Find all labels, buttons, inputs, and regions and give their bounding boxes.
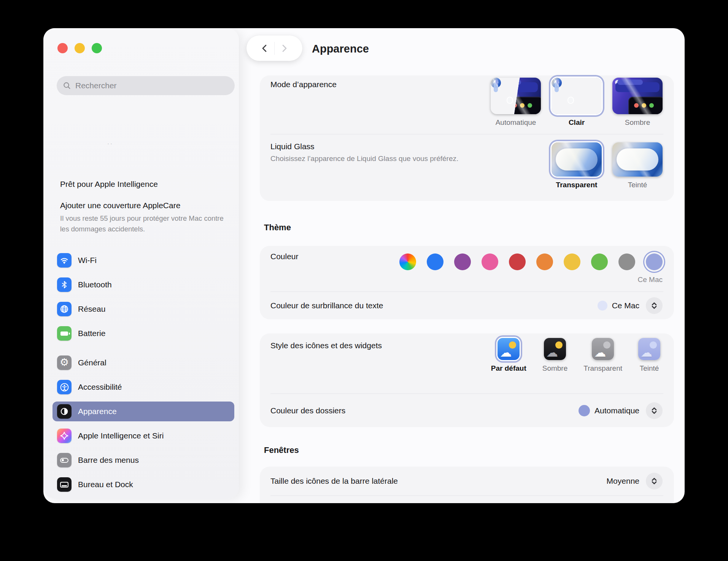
cloud-icon: [594, 347, 606, 359]
option-label: Sombre: [542, 364, 568, 373]
option-label: Teinté: [628, 181, 647, 189]
option-label: Teinté: [640, 364, 659, 373]
liquid-glass-options: TransparentTeinté: [552, 134, 663, 201]
gear-icon: ⚙: [57, 355, 72, 370]
folder-color-row: Couleur des dossiers Automatique: [260, 394, 674, 427]
option-automatique[interactable]: Automatique: [491, 78, 541, 127]
icon-dark-thumbnail: [544, 338, 566, 360]
back-button[interactable]: [255, 43, 274, 53]
zoom-button[interactable]: [92, 43, 102, 53]
sidebar-item-label: Bureau et Dock: [78, 480, 133, 489]
option-label: Transparent: [556, 181, 598, 189]
sidebar-item-reseau[interactable]: Réseau: [52, 299, 234, 319]
sidebar-item-label: Wi-Fi: [78, 256, 97, 265]
accessibility-icon: [57, 380, 72, 394]
option-clair[interactable]: Clair: [552, 78, 602, 127]
appearance-mode-label: Mode d’apparence: [270, 75, 337, 134]
up-down-chevrons-icon: [649, 476, 660, 486]
desktop-icon: [57, 477, 72, 492]
color-swatch-vert[interactable]: [591, 253, 608, 270]
folder-color-dot: [579, 405, 590, 416]
sidebar-item-wi-fi[interactable]: Wi-Fi: [52, 250, 234, 270]
option-transparent[interactable]: Transparent: [552, 142, 602, 189]
color-swatch-rose[interactable]: [482, 253, 498, 270]
icon-default-thumbnail: [498, 338, 520, 360]
windows-heading: Fenêtres: [264, 445, 674, 455]
color-swatch-graphite[interactable]: [618, 253, 635, 270]
sidebar-item-label: Apple Intelligence et Siri: [78, 431, 164, 440]
divider: [270, 496, 663, 496]
sidebar-item-label: Batterie: [78, 329, 105, 338]
color-swatch-violet[interactable]: [454, 253, 471, 270]
liquid-glass-sublabel: Choisissez l’apparence de Liquid Glass q…: [270, 155, 458, 163]
sidebar-items: Wi-FiBluetoothRéseauBatterie⚙GénéralAcce…: [52, 250, 234, 499]
highlight-color-stepper[interactable]: [646, 297, 663, 314]
icons-style-row: Style des icônes et des widgets Par défa…: [260, 333, 674, 394]
search-input[interactable]: [75, 81, 231, 91]
sidebar-item-apparence[interactable]: Apparence: [52, 402, 234, 421]
sidebar-item-general[interactable]: ⚙Général: [52, 353, 234, 373]
sidebar-item-label: Accessibilité: [78, 382, 122, 392]
folder-color-label: Couleur des dossiers: [270, 406, 345, 415]
settings-window: Apparence ·· Prêt pour Apple Intelligenc…: [43, 28, 685, 503]
color-swatch-rouge[interactable]: [509, 253, 526, 270]
sidebar-icon-size-row: Taille des icônes de la barre latérale M…: [260, 467, 674, 496]
text-highlight-color-row: Couleur de surbrillance du texte Ce Mac: [260, 292, 674, 319]
sidebar-item-label: Bluetooth: [78, 280, 112, 289]
windows-card: Taille des icônes de la barre latérale M…: [260, 467, 674, 503]
sidebar-group: Wi-FiBluetoothRéseauBatterie: [52, 250, 234, 343]
liquid-glass-row: Liquid Glass Choisissez l’apparence de L…: [260, 134, 674, 201]
accent-color-swatches: [399, 252, 663, 272]
close-button[interactable]: [57, 43, 68, 53]
color-swatch-orange[interactable]: [536, 253, 553, 270]
mode-auto-thumbnail: [491, 78, 541, 114]
sidebar-icon-size-stepper[interactable]: [646, 473, 663, 489]
color-swatch-jaune[interactable]: [564, 253, 580, 270]
color-swatch-multicolore[interactable]: [399, 253, 416, 270]
option-sombre[interactable]: Sombre: [542, 338, 568, 373]
folder-color-stepper[interactable]: [646, 402, 663, 419]
glass-tint-thumbnail: [612, 142, 663, 177]
applecare-banner-title[interactable]: Ajouter une couverture AppleCare: [60, 201, 180, 210]
sidebar-group: ⚙GénéralAccessibilitéApparenceApple Inte…: [52, 353, 234, 494]
sidebar-item-accessibilite[interactable]: Accessibilité: [52, 377, 234, 397]
option-transparent[interactable]: Transparent: [583, 338, 622, 373]
bluetooth-icon: [57, 277, 72, 292]
traffic-lights: [57, 43, 102, 53]
icons-style-card: Style des icônes et des widgets Par défa…: [260, 333, 674, 427]
minimize-button[interactable]: [75, 43, 85, 53]
sidebar-item-barre-des-menus[interactable]: Barre des menus: [52, 450, 234, 470]
cloud-icon: [641, 347, 652, 359]
sidebar-item-batterie[interactable]: Batterie: [52, 324, 234, 343]
option-par-defaut[interactable]: Par défaut: [491, 338, 526, 373]
option-teinte[interactable]: Teinté: [612, 142, 663, 189]
option-label: Par défaut: [491, 364, 526, 373]
sidebar-item-apple-intelligence-et-siri[interactable]: Apple Intelligence et Siri: [52, 426, 234, 446]
forward-button[interactable]: [275, 43, 294, 53]
liquid-glass-label: Liquid Glass: [270, 142, 458, 151]
nav-history-control: [246, 35, 302, 61]
folder-color-value: Automatique: [594, 406, 639, 415]
accent-color-caption: Ce Mac: [638, 276, 663, 284]
sidebar-item-bluetooth[interactable]: Bluetooth: [52, 275, 234, 295]
sidebar-icon-size-value: Moyenne: [607, 477, 639, 486]
color-swatch-ce-mac[interactable]: [646, 253, 663, 270]
apple-intelligence-banner[interactable]: Prêt pour Apple Intelligence: [60, 180, 158, 189]
wifi-icon: [57, 253, 72, 268]
sidebar-item-label: Général: [78, 358, 106, 367]
color-swatch-bleu[interactable]: [427, 253, 443, 270]
page-title: Apparence: [312, 43, 369, 55]
appearance-mode-options: AutomatiqueClairSombre: [491, 75, 663, 134]
cloud-icon: [546, 347, 558, 359]
option-label: Automatique: [496, 118, 536, 127]
option-sombre[interactable]: Sombre: [612, 78, 663, 127]
option-teinte[interactable]: Teinté: [638, 338, 660, 373]
sidebar-item-bureau-et-dock[interactable]: Bureau et Dock: [52, 475, 234, 494]
content-pane: Mode d’apparence AutomatiqueClairSombre …: [239, 28, 685, 503]
search-field[interactable]: [57, 76, 235, 95]
highlight-color-dot: [598, 301, 607, 311]
icons-style-label: Style des icônes et des widgets: [270, 333, 382, 394]
search-icon: [63, 81, 71, 90]
icons-style-options: Par défautSombreTransparentTeinté: [491, 333, 660, 394]
accent-color-row: Couleur Ce Mac: [260, 246, 674, 292]
